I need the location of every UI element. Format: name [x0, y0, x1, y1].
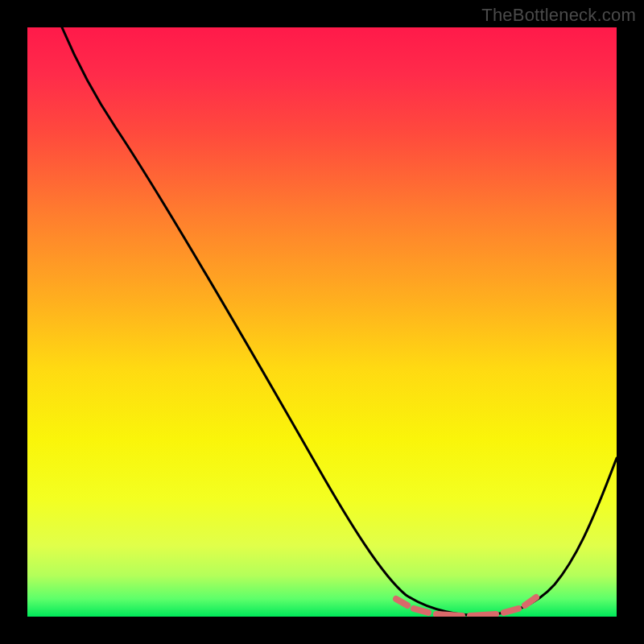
- svg-line-1: [414, 609, 428, 613]
- bottom-marker-band: [396, 597, 536, 616]
- svg-line-0: [396, 599, 407, 605]
- svg-line-4: [504, 609, 518, 613]
- chart-svg: [27, 27, 617, 617]
- svg-line-5: [525, 597, 536, 605]
- svg-line-3: [470, 614, 496, 616]
- watermark-text: TheBottleneck.com: [481, 5, 636, 26]
- bottleneck-curve-line: [62, 27, 617, 615]
- plot-area: [27, 27, 617, 617]
- svg-line-2: [436, 614, 462, 616]
